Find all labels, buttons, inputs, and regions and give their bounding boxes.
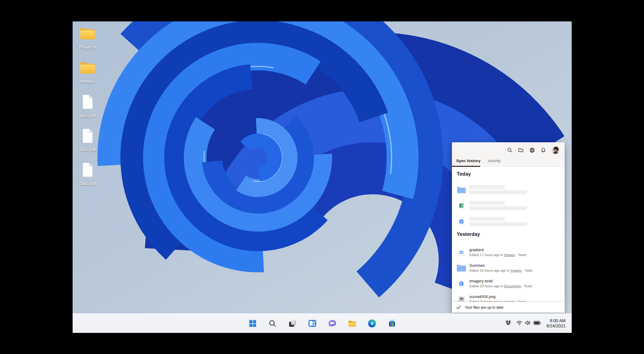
desktop-icon-label: Projects	[75, 45, 100, 50]
folder-icon	[75, 60, 100, 76]
sync-history-list: Today	[452, 167, 565, 313]
desktop-icon-label: Photos	[75, 79, 100, 84]
edge-browser-icon[interactable]	[366, 318, 378, 329]
volume-icon[interactable]	[525, 320, 531, 327]
panel-tabs: Sync history Activity	[452, 155, 565, 167]
microsoft-store-icon[interactable]	[386, 318, 398, 329]
system-tray: 8:00 AM 6/24/2021	[506, 314, 566, 333]
pdf-document-icon	[75, 128, 100, 144]
file-meta: Edited 23 hours ago in Documents · Team	[469, 284, 532, 288]
folder-icon	[75, 25, 100, 41]
search-icon[interactable]	[267, 318, 278, 329]
wifi-icon[interactable]	[516, 320, 522, 327]
clock[interactable]: 8:00 AM 6/24/2021	[547, 318, 566, 329]
paper-doc-icon	[458, 280, 465, 287]
folder-link[interactable]: Images	[511, 269, 522, 272]
desktop-icon-label: Doc.pdf	[75, 147, 100, 152]
file-meta: Edited 17 hours ago in Images · Team	[469, 253, 526, 257]
section-heading-today: Today	[457, 171, 565, 177]
skeleton-bars	[469, 185, 527, 194]
account-avatar[interactable]	[552, 146, 559, 154]
desktop-icon-label: Doc.pdf	[75, 113, 100, 118]
loading-row	[452, 198, 565, 214]
widgets-icon[interactable]	[306, 318, 318, 329]
battery-icon[interactable]	[533, 321, 541, 326]
folder-link[interactable]: Documents	[504, 284, 521, 288]
section-heading-yesterday: Yesterday	[457, 232, 565, 237]
taskbar-center-icons	[247, 314, 398, 333]
tray-time: 8:00 AM	[547, 318, 566, 323]
file-row-imagery-brief[interactable]: Imagery brief Edited 23 hours ago in Doc…	[452, 276, 565, 291]
pdf-document-icon	[75, 162, 100, 178]
dropbox-sync-panel: Sync history Activity Today	[452, 142, 565, 313]
start-button[interactable]	[247, 318, 258, 329]
dropbox-tray-icon[interactable]	[506, 320, 511, 326]
file-title: gradient	[469, 248, 526, 252]
desktop-icon-doc-pdf-3[interactable]: Doc.pdf	[75, 162, 100, 186]
image-file-icon	[458, 296, 465, 302]
folder-icon[interactable]	[518, 147, 524, 153]
skeleton-bars	[469, 217, 527, 226]
sync-status-text: Your files are up to date	[465, 305, 503, 310]
loading-row	[452, 214, 565, 229]
folder-link[interactable]: Images	[504, 253, 515, 257]
tab-sync-history[interactable]: Sync history	[456, 157, 480, 166]
paper-doc-icon	[458, 218, 465, 225]
file-title: sunset004.png	[469, 295, 526, 299]
file-meta: Edited 18 hours ago ago in Images · Team	[469, 269, 533, 272]
file-row-sunrises[interactable]: Sunrises Edited 18 hours ago ago in Imag…	[452, 260, 565, 276]
desktop-icon-label: Doc.pdf	[75, 181, 100, 186]
loading-row	[452, 182, 565, 198]
file-explorer-icon[interactable]	[346, 318, 358, 329]
desktop-icon-doc-pdf-2[interactable]: Doc.pdf	[75, 128, 100, 152]
desktop-icon-projects[interactable]: Projects	[75, 25, 100, 50]
tray-date: 6/24/2021	[547, 323, 566, 329]
taskbar: 8:00 AM 6/24/2021	[73, 313, 572, 333]
file-title: Sunrises	[469, 263, 533, 268]
desktop-icon-photos[interactable]: Photos	[75, 60, 100, 84]
skeleton-bars	[469, 201, 527, 210]
file-row-gradient[interactable]: gradient Edited 17 hours ago in Images ·…	[452, 244, 565, 260]
notifications-bell-icon[interactable]	[541, 147, 546, 153]
blue-folder-icon	[457, 264, 466, 272]
grid-thumbnail-icon	[458, 249, 465, 255]
task-view-icon[interactable]	[286, 318, 298, 329]
file-title: Imagery brief	[469, 279, 532, 283]
excel-file-icon	[458, 203, 465, 209]
panel-header: Sync history Activity	[452, 142, 565, 167]
pdf-document-icon	[75, 94, 100, 110]
blue-folder-icon	[457, 186, 466, 193]
desktop-icon-doc-pdf-1[interactable]: Doc.pdf	[75, 94, 100, 118]
desktop: Projects Photos Doc.pdf	[73, 21, 572, 333]
checkmark-icon	[456, 305, 461, 309]
tab-activity[interactable]: Activity	[488, 157, 501, 166]
search-icon[interactable]	[507, 147, 512, 153]
chat-icon[interactable]	[326, 318, 338, 329]
sync-status-bar: Your files are up to date	[452, 302, 565, 313]
globe-icon[interactable]	[529, 147, 535, 153]
